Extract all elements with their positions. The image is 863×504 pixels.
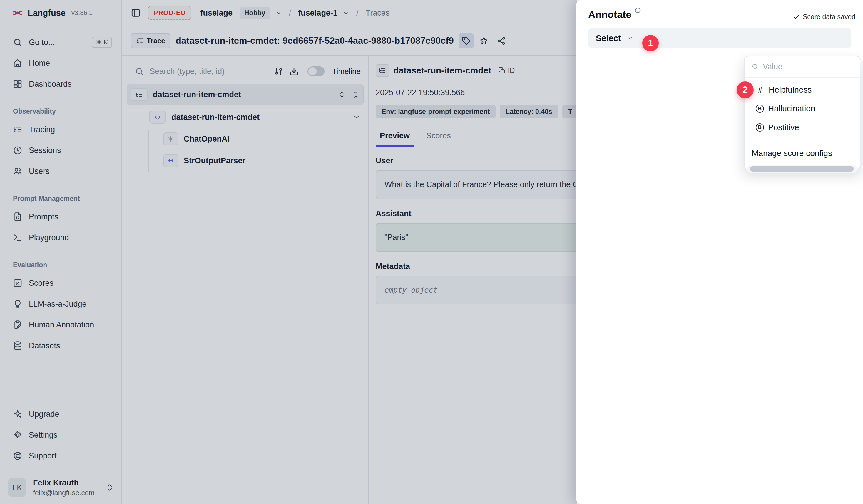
dropdown-scrollbar-thumb[interactable] (750, 166, 854, 171)
check-icon (793, 13, 800, 21)
dropdown-scrollbar-track (748, 165, 857, 173)
annotate-header: Annotate Score data saved (576, 0, 863, 20)
score-select-trigger[interactable]: Select (588, 28, 851, 48)
score-option-label: Hallucination (768, 104, 815, 113)
langfuse-app: Langfuse v3.86.1 Go to... ⌘ K Home Dashb… (0, 0, 863, 504)
score-saved-label: Score data saved (803, 13, 855, 21)
score-option-postitive[interactable]: B Postitive (745, 118, 860, 137)
chevron-down-icon (626, 35, 633, 42)
info-icon[interactable] (635, 7, 641, 13)
score-config-dropdown: # Helpfulness 2 B Hallucination B Postit… (744, 56, 860, 170)
annotate-title: Annotate (588, 9, 631, 20)
tutorial-marker-1: 1 (642, 35, 659, 51)
score-search-input[interactable] (763, 62, 845, 72)
score-option-hallucination[interactable]: B Hallucination (745, 99, 860, 118)
dropdown-items: # Helpfulness 2 B Hallucination B Postit… (745, 78, 860, 140)
score-option-label: Helpfulness (768, 85, 812, 94)
numeric-type-icon: # (756, 86, 764, 94)
search-icon (752, 63, 759, 70)
boolean-type-icon: B (756, 124, 764, 132)
score-option-label: Postitive (768, 123, 799, 132)
tutorial-marker-2: 2 (737, 81, 754, 99)
annotate-drawer: Annotate Score data saved Select 1 # He (576, 0, 863, 504)
score-saved-status: Score data saved (793, 13, 855, 21)
manage-score-configs-link[interactable]: Manage score configs (745, 144, 860, 163)
dropdown-search-row (745, 56, 860, 78)
score-option-helpfulness[interactable]: # Helpfulness 2 (745, 80, 860, 99)
dim-overlay (0, 0, 577, 504)
boolean-type-icon: B (756, 105, 764, 113)
dropdown-divider (745, 142, 860, 142)
select-label: Select (596, 34, 621, 43)
